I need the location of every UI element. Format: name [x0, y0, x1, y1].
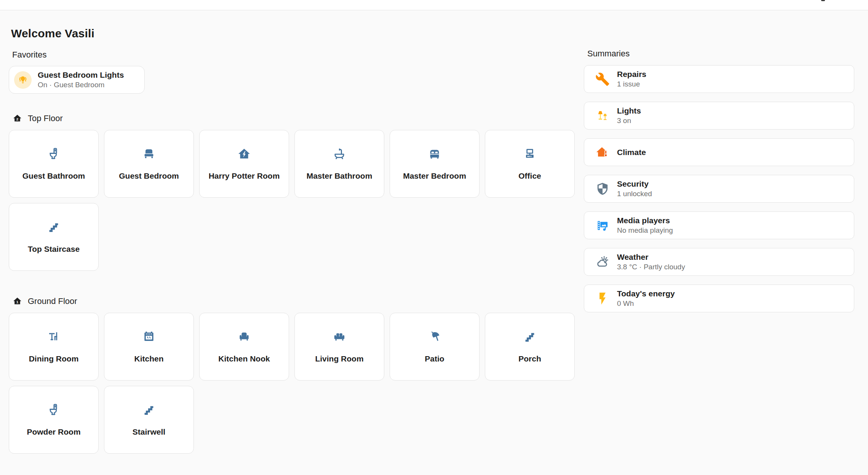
desktop-computer-icon — [523, 147, 537, 161]
room-card-dining-room[interactable]: Dining Room — [9, 313, 99, 381]
favorite-card-text: Guest Bedroom Lights On · Guest Bedroom — [38, 70, 124, 90]
weather-partly-cloudy-icon — [595, 254, 610, 270]
room-card-master-bedroom[interactable]: Master Bedroom — [390, 130, 480, 198]
floor-lamps-icon — [595, 108, 610, 123]
room-card-powder-room[interactable]: Powder Room — [9, 386, 99, 454]
summary-title: Repairs — [617, 69, 646, 79]
summary-card-weather[interactable]: Weather 3.8 °C · Partly cloudy — [584, 248, 854, 276]
armchair-icon — [237, 330, 251, 344]
summary-card-climate[interactable]: Climate — [584, 138, 854, 166]
favorite-title: Guest Bedroom Lights — [38, 70, 124, 80]
summary-card-media-players[interactable]: Media players No media playing — [584, 211, 854, 239]
room-card-guest-bathroom[interactable]: Guest Bathroom — [9, 130, 99, 198]
room-card-stairwell[interactable]: Stairwell — [104, 386, 194, 454]
summary-card-lights[interactable]: Lights 3 on — [584, 102, 854, 130]
favorite-subtitle: On · Guest Bedroom — [38, 80, 124, 90]
lightbulb-group-icon — [17, 74, 29, 86]
main-column: Welcome Vasili Favorites — [9, 10, 575, 454]
bed-icon — [142, 147, 156, 161]
stove-icon — [142, 330, 156, 344]
home-floor-2-icon: 2 — [13, 114, 22, 123]
summaries-label: Summaries — [587, 48, 854, 59]
summary-title: Security — [617, 179, 652, 189]
page-title: Welcome Vasili — [11, 27, 575, 40]
cut-off-toolbar-icon[interactable] — [821, 0, 825, 1]
room-card-top-staircase[interactable]: Top Staircase — [9, 203, 99, 271]
summary-subtitle: 3.8 °C · Partly cloudy — [617, 262, 685, 272]
toilet-icon — [47, 403, 61, 417]
summary-subtitle: 3 on — [617, 116, 641, 125]
summary-title: Lights — [617, 106, 641, 116]
summaries-column: Summaries Repairs 1 issue — [584, 10, 854, 454]
summary-card-todays-energy[interactable]: Today's energy 0 Wh — [584, 285, 854, 312]
svg-text:1: 1 — [16, 300, 19, 304]
beach-umbrella-icon — [428, 330, 441, 344]
floor-header-ground-floor: 1 Ground Floor — [13, 296, 575, 306]
top-floor-room-grid: Guest Bathroom Guest Bedroom — [9, 130, 575, 271]
favorite-card-guest-bedroom-lights[interactable]: Guest Bedroom Lights On · Guest Bedroom — [9, 66, 145, 94]
light-avatar[interactable] — [14, 71, 32, 89]
wrench-icon — [595, 72, 610, 87]
lightning-bolt-icon — [595, 291, 610, 306]
stairs-icon — [142, 403, 156, 417]
multimedia-icon — [595, 218, 610, 233]
ground-floor-room-grid: Dining Room — [9, 313, 575, 454]
room-card-kitchen[interactable]: Kitchen — [104, 313, 194, 381]
home-thermometer-icon — [595, 145, 610, 160]
room-card-guest-bedroom[interactable]: Guest Bedroom — [104, 130, 194, 198]
sofa-icon — [332, 330, 346, 344]
summary-card-repairs[interactable]: Repairs 1 issue — [584, 65, 854, 93]
summary-subtitle: 0 Wh — [617, 299, 675, 308]
summary-subtitle: 1 unlocked — [617, 189, 652, 198]
room-card-harry-potter-room[interactable]: Harry Potter Room — [199, 130, 289, 198]
favorites-label: Favorites — [12, 50, 575, 60]
summary-title: Today's energy — [617, 289, 675, 299]
summary-title: Media players — [617, 216, 673, 226]
room-card-office[interactable]: Office — [485, 130, 575, 198]
room-card-porch[interactable]: Porch — [485, 313, 575, 381]
summary-title: Weather — [617, 252, 685, 262]
room-card-patio[interactable]: Patio — [390, 313, 480, 381]
home-lightning-bolt-icon — [237, 147, 251, 161]
floor-label: Ground Floor — [28, 296, 77, 306]
floor-label: Top Floor — [28, 113, 63, 123]
stairs-icon — [523, 330, 537, 344]
bathtub-shower-icon — [332, 147, 346, 161]
shield-half-icon — [595, 181, 610, 197]
bed-double-icon — [428, 147, 441, 161]
summary-subtitle: 1 issue — [617, 80, 646, 89]
home-floor-1-icon: 1 — [13, 296, 22, 306]
summary-title: Climate — [617, 147, 646, 157]
table-chair-icon — [47, 330, 61, 344]
stairs-icon — [47, 220, 61, 234]
room-card-living-room[interactable]: Living Room — [294, 313, 384, 381]
dashboard: Welcome Vasili Favorites — [0, 10, 868, 454]
summary-card-security[interactable]: Security 1 unlocked — [584, 175, 854, 203]
toilet-icon — [47, 147, 61, 161]
top-app-bar — [0, 0, 868, 10]
room-card-master-bathroom[interactable]: Master Bathroom — [294, 130, 384, 198]
summary-subtitle: No media playing — [617, 226, 673, 235]
floor-header-top-floor: 2 Top Floor — [13, 113, 575, 123]
room-card-kitchen-nook[interactable]: Kitchen Nook — [199, 313, 289, 381]
svg-text:2: 2 — [16, 117, 19, 121]
